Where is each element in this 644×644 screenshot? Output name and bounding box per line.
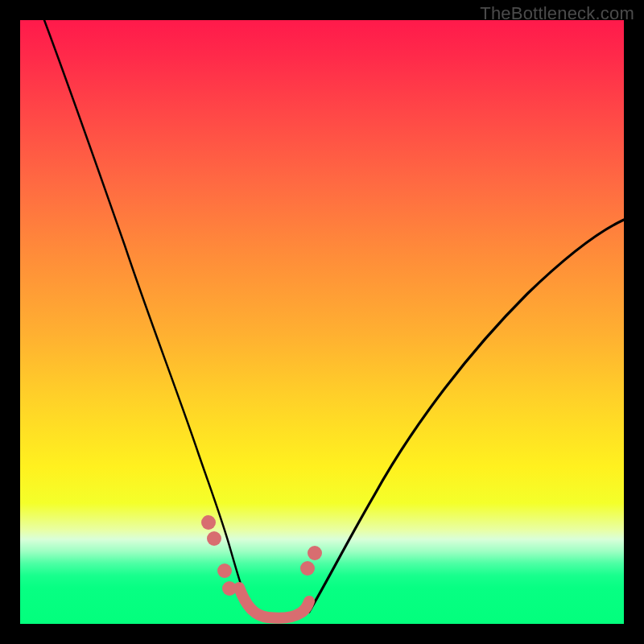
chart-stage: TheBottleneck.com (0, 0, 644, 644)
marker-dot (222, 581, 237, 596)
marker-dot (207, 531, 221, 546)
marker-dot (201, 515, 216, 530)
plot-area (20, 20, 624, 624)
marker-dot (300, 561, 315, 576)
curve-left (44, 20, 249, 609)
marker-dot (217, 564, 232, 578)
curve-layer (20, 20, 624, 624)
curve-right (309, 220, 624, 612)
trough-highlight (239, 588, 309, 618)
marker-dot (308, 546, 322, 560)
